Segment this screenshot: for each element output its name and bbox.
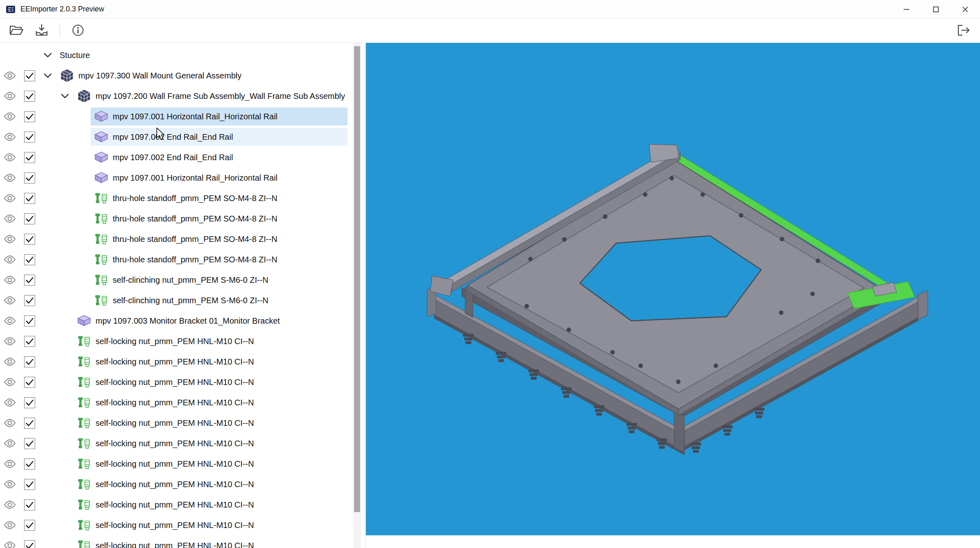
row-checkbox[interactable] bbox=[24, 397, 35, 408]
close-button[interactable] bbox=[951, 0, 980, 19]
row-checkbox[interactable] bbox=[24, 91, 35, 102]
visibility-eye-icon[interactable] bbox=[0, 521, 20, 530]
tree-row[interactable]: mpv 1097.002 End Rail_End Rail bbox=[0, 147, 352, 168]
visibility-eye-icon[interactable] bbox=[0, 316, 20, 325]
part-icon bbox=[94, 171, 109, 184]
row-checkbox[interactable] bbox=[24, 356, 35, 367]
tree-row[interactable]: self-locking nut_pmm_PEM HNL-M10 CI--N bbox=[0, 494, 352, 515]
tree-item-label: self-locking nut_pmm_PEM HNL-M10 CI--N bbox=[96, 378, 254, 387]
visibility-eye-icon[interactable] bbox=[0, 418, 20, 427]
row-checkbox[interactable] bbox=[24, 459, 35, 470]
tree-row[interactable]: self-locking nut_pmm_PEM HNL-M10 CI--N bbox=[0, 331, 352, 351]
export-button[interactable] bbox=[953, 21, 974, 40]
visibility-eye-icon[interactable] bbox=[0, 112, 20, 121]
row-checkbox[interactable] bbox=[24, 479, 35, 490]
row-checkbox[interactable] bbox=[24, 438, 35, 449]
visibility-eye-icon[interactable] bbox=[0, 398, 20, 407]
fastener-icon bbox=[77, 416, 91, 430]
visibility-eye-icon[interactable] bbox=[0, 541, 20, 548]
visibility-eye-icon[interactable] bbox=[0, 214, 20, 223]
tree-row[interactable]: thru-hole standoff_pmm_PEM SO-M4-8 ZI--N bbox=[0, 208, 352, 229]
tree-row[interactable]: self-locking nut_pmm_PEM HNL-M10 CI--N bbox=[0, 413, 352, 433]
row-checkbox[interactable] bbox=[24, 336, 35, 347]
row-checkbox[interactable] bbox=[24, 377, 35, 388]
visibility-eye-icon[interactable] bbox=[0, 153, 20, 162]
import-button[interactable] bbox=[31, 21, 52, 40]
minimize-button[interactable] bbox=[892, 0, 921, 19]
row-checkbox[interactable] bbox=[24, 70, 35, 81]
visibility-eye-icon[interactable] bbox=[0, 459, 20, 468]
visibility-eye-icon[interactable] bbox=[0, 71, 20, 80]
row-checkbox[interactable] bbox=[24, 152, 35, 163]
tree-row[interactable]: mpv 1097.001 Horizontal Rail_Horizontal … bbox=[0, 168, 352, 188]
visibility-eye-icon[interactable] bbox=[0, 235, 20, 244]
row-checkbox[interactable] bbox=[24, 418, 35, 429]
window-controls bbox=[892, 0, 980, 19]
row-checkbox[interactable] bbox=[24, 520, 35, 531]
open-folder-button[interactable] bbox=[6, 21, 27, 40]
visibility-eye-icon[interactable] bbox=[0, 255, 20, 264]
maximize-button[interactable] bbox=[921, 0, 951, 19]
visibility-eye-icon[interactable] bbox=[0, 92, 20, 101]
tree-row[interactable]: self-locking nut_pmm_PEM HNL-M10 CI--N bbox=[0, 454, 352, 474]
row-checkbox[interactable] bbox=[24, 234, 35, 245]
tree-row[interactable]: mpv 1097.001 Horizontal Rail_Horizontal … bbox=[0, 106, 352, 127]
visibility-eye-icon[interactable] bbox=[0, 275, 20, 284]
tree-row[interactable]: mpv 1097.003 Monitor Bracket 01_Monitor … bbox=[0, 311, 352, 331]
visibility-eye-icon[interactable] bbox=[0, 132, 20, 141]
tree-row[interactable]: thru-hole standoff_pmm_PEM SO-M4-8 ZI--N bbox=[0, 249, 352, 270]
tree-row[interactable]: self-locking nut_pmm_PEM HNL-M10 CI--N bbox=[0, 535, 352, 548]
tree-row[interactable]: self-locking nut_pmm_PEM HNL-M10 CI--N bbox=[0, 372, 352, 392]
row-checkbox[interactable] bbox=[24, 295, 35, 306]
tree-row[interactable]: self-locking nut_pmm_PEM HNL-M10 CI--N bbox=[0, 351, 352, 372]
scrollbar-thumb[interactable] bbox=[354, 46, 360, 512]
visibility-eye-icon[interactable] bbox=[0, 357, 20, 366]
toolbar bbox=[0, 19, 980, 43]
row-checkbox[interactable] bbox=[24, 540, 35, 548]
fastener-icon bbox=[77, 436, 91, 450]
row-checkbox[interactable] bbox=[24, 499, 35, 510]
info-button[interactable] bbox=[67, 21, 89, 40]
row-checkbox[interactable] bbox=[24, 193, 35, 204]
tree-row[interactable]: self-locking nut_pmm_PEM HNL-M10 CI--N bbox=[0, 392, 352, 413]
tree-item-label: mpv 1097.001 Horizontal Rail_Horizontal … bbox=[113, 173, 278, 183]
visibility-eye-icon[interactable] bbox=[0, 296, 20, 305]
chevron-down-icon[interactable] bbox=[56, 93, 74, 99]
row-checkbox[interactable] bbox=[24, 254, 35, 265]
row-checkbox[interactable] bbox=[24, 111, 35, 122]
visibility-eye-icon[interactable] bbox=[0, 378, 20, 387]
tree-row[interactable]: Stucture bbox=[0, 45, 352, 65]
visibility-eye-icon[interactable] bbox=[0, 439, 20, 448]
model-render[interactable] bbox=[366, 43, 980, 548]
tree-item-label: self-locking nut_pmm_PEM HNL-M10 CI--N bbox=[96, 500, 254, 510]
tree-row[interactable]: thru-hole standoff_pmm_PEM SO-M4-8 ZI--N bbox=[0, 229, 352, 249]
tree-row[interactable]: self-clinching nut_pmm_PEM S-M6-0 ZI--N bbox=[0, 270, 352, 290]
row-checkbox[interactable] bbox=[24, 172, 35, 183]
visibility-eye-icon[interactable] bbox=[0, 173, 20, 182]
chevron-down-icon[interactable] bbox=[39, 52, 56, 58]
part-icon bbox=[77, 314, 91, 327]
tree-row[interactable]: mpv 1097.200 Wall Frame Sub Assembly_Wal… bbox=[0, 86, 352, 106]
export-icon bbox=[956, 24, 971, 38]
tree-row[interactable]: self-locking nut_pmm_PEM HNL-M10 CI--N bbox=[0, 433, 352, 454]
app-logo-icon bbox=[6, 4, 16, 14]
tree-row[interactable]: self-locking nut_pmm_PEM HNL-M10 CI--N bbox=[0, 474, 352, 494]
visibility-eye-icon[interactable] bbox=[0, 500, 20, 509]
visibility-eye-icon[interactable] bbox=[0, 194, 20, 203]
tree-scrollbar[interactable] bbox=[353, 43, 361, 548]
tree-item-label: mpv 1097.001 Horizontal Rail_Horizontal … bbox=[113, 112, 278, 121]
row-checkbox[interactable] bbox=[24, 213, 35, 224]
tree-row[interactable]: mpv 1097.002 End Rail_End Rail bbox=[0, 127, 352, 147]
row-checkbox[interactable] bbox=[24, 132, 35, 143]
visibility-eye-icon[interactable] bbox=[0, 480, 20, 489]
visibility-eye-icon[interactable] bbox=[0, 337, 20, 346]
tree-row[interactable]: mpv 1097.300 Wall Mount General Assembly bbox=[0, 65, 352, 86]
3d-viewport[interactable] bbox=[366, 43, 980, 548]
row-checkbox[interactable] bbox=[24, 275, 35, 286]
fastener-icon bbox=[94, 273, 109, 287]
tree-row[interactable]: self-clinching nut_pmm_PEM S-M6-0 ZI--N bbox=[0, 290, 352, 311]
tree-row[interactable]: self-locking nut_pmm_PEM HNL-M10 CI--N bbox=[0, 515, 352, 535]
chevron-down-icon[interactable] bbox=[39, 73, 56, 78]
tree-row[interactable]: thru-hole standoff_pmm_PEM SO-M4-8 ZI--N bbox=[0, 188, 352, 208]
row-checkbox[interactable] bbox=[24, 315, 35, 327]
